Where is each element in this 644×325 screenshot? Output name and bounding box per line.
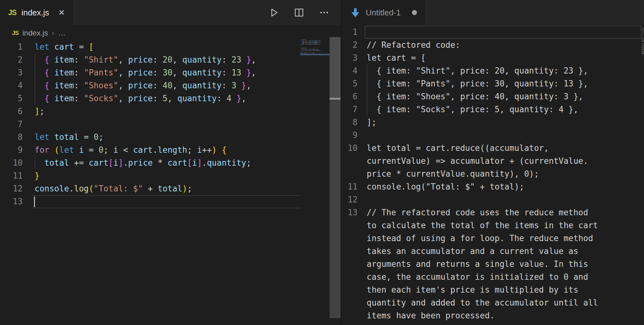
code-line[interactable]: 3let cart = [ <box>342 52 644 64</box>
indent-guide <box>35 157 35 169</box>
line-number: 5 <box>342 77 358 90</box>
code-line[interactable]: takes an accumulator and a current value… <box>342 245 644 258</box>
code-line[interactable]: then each item's price is multiplied by … <box>342 284 644 296</box>
minimap-current-line-highlight <box>300 54 330 55</box>
line-number: 9 <box>342 129 358 142</box>
code-line[interactable]: 10 total += cart[i].price * cart[i].quan… <box>0 157 341 169</box>
line-number: 11 <box>0 169 23 182</box>
code-line[interactable]: currentValue) => accumulator + (currentV… <box>342 155 644 168</box>
code-text: items have been processed. <box>367 309 495 322</box>
line-number: 7 <box>0 118 23 131</box>
more-actions-button[interactable] <box>318 7 330 19</box>
code-text: case, the accumulator is initialized to … <box>367 271 588 284</box>
code-line[interactable]: 11} <box>0 169 341 182</box>
line-number: 4 <box>342 64 358 77</box>
code-text: for (let i = 0; i < cart.length; i++) { <box>35 144 227 157</box>
code-line[interactable]: 7 { item: "Socks", price: 5, quantity: 4… <box>342 103 644 116</box>
code-text: console.log("Total: $" + total); <box>367 180 524 193</box>
line-number: 12 <box>342 193 358 206</box>
code-text: quantity and added to the accumulator un… <box>367 296 598 309</box>
tab-index-js[interactable]: JS index.js ✕ <box>0 0 73 25</box>
code-line[interactable]: 5 { item: "Pants", price: 30, quantity: … <box>342 77 644 90</box>
code-line[interactable]: 6 { item: "Shoes", price: 40, quantity: … <box>342 90 644 103</box>
code-line[interactable]: 4 { item: "Shirt", price: 20, quantity: … <box>342 64 644 77</box>
code-text: { item: "Shoes", price: 40, quantity: 3 … <box>35 79 251 92</box>
code-line[interactable]: 5 { item: "Socks", price: 5, quantity: 4… <box>0 92 341 105</box>
code-text: { item: "Shirt", price: 20, quantity: 23… <box>35 53 256 66</box>
minimap[interactable]: let cart = [ { item: "Shirt", price: 20,… <box>300 39 330 59</box>
code-line[interactable]: case, the accumulator is initialized to … <box>342 271 644 284</box>
line-number: 7 <box>342 103 358 116</box>
code-line[interactable]: price * currentValue.quantity), 0); <box>342 168 644 180</box>
code-text: let cart = [ <box>367 52 426 64</box>
code-text: { item: "Shirt", price: 20, quantity: 23… <box>367 64 588 77</box>
minimap[interactable]: // Refactored code:let cart = [ { item: … <box>641 26 644 108</box>
line-number: 6 <box>0 105 23 118</box>
code-line[interactable]: 10let total = cart.reduce((accumulator, <box>342 142 644 155</box>
breadcrumb-js-icon: JS <box>12 30 19 36</box>
code-line[interactable]: 6]; <box>0 105 341 118</box>
code-text: ]; <box>35 105 44 118</box>
split-editor-icon <box>293 7 305 18</box>
code-line[interactable]: 13 <box>0 195 341 208</box>
code-text: { item: "Socks", price: 5, quantity: 4 }… <box>35 92 246 105</box>
line-number: 10 <box>0 157 23 169</box>
code-text: then each item's price is multiplied by … <box>367 284 578 296</box>
code-text: instead of using a for loop. The reduce … <box>367 232 593 245</box>
breadcrumb-item-symbol[interactable]: … <box>58 29 66 37</box>
line-number: 1 <box>342 26 358 39</box>
tabbar-right: Untitled-1 <box>342 0 644 25</box>
code-line[interactable]: 8]; <box>342 116 644 129</box>
code-line[interactable]: 9 <box>342 129 644 142</box>
line-number: 5 <box>0 92 23 105</box>
code-line[interactable]: 4 { item: "Shoes", price: 40, quantity: … <box>0 79 341 92</box>
code-line[interactable]: arguments and returns a single value. In… <box>342 258 644 271</box>
code-line[interactable]: 1 <box>342 26 644 39</box>
js-file-icon: JS <box>8 8 16 17</box>
arrow-down-icon <box>350 7 361 18</box>
code-text: let total = cart.reduce((accumulator, <box>367 142 549 155</box>
code-text: total += cart[i].price * cart[i].quantit… <box>35 157 251 169</box>
indent-guide <box>35 53 35 105</box>
code-line[interactable]: 1let cart = [ <box>0 41 341 53</box>
code-line[interactable]: 13// The refactored code uses the reduce… <box>342 206 644 219</box>
line-number: 9 <box>0 144 23 157</box>
code-text: } <box>35 169 40 182</box>
code-line[interactable]: 9for (let i = 0; i < cart.length; i++) { <box>0 144 341 157</box>
code-text: { item: "Socks", price: 5, quantity: 4 }… <box>367 103 578 116</box>
vertical-scrollbar[interactable] <box>330 37 341 318</box>
line-number: 13 <box>342 206 358 219</box>
play-icon <box>268 7 280 18</box>
run-button[interactable] <box>268 7 280 19</box>
breadcrumb-item-file[interactable]: index.js <box>22 29 48 37</box>
overview-ruler-cursor-marker <box>330 98 341 100</box>
split-editor-button[interactable] <box>293 7 305 19</box>
code-line[interactable]: 8let total = 0; <box>0 131 341 144</box>
code-line[interactable]: 3 { item: "Pants", price: 30, quantity: … <box>0 66 341 79</box>
line-number: 10 <box>342 142 358 155</box>
code-text: takes an accumulator and a current value… <box>367 245 578 258</box>
line-number: 8 <box>342 116 358 129</box>
editor-actions <box>268 0 341 25</box>
code-line[interactable]: to calculate the total of the items in t… <box>342 219 644 232</box>
scrollbar-slider[interactable] <box>330 37 341 98</box>
modified-dot-icon[interactable] <box>412 10 417 15</box>
line-number: 1 <box>0 41 23 53</box>
minimap-content: let cart = [ { item: "Shirt", price: 20,… <box>300 39 327 55</box>
code-line[interactable]: items have been processed. <box>342 309 644 322</box>
code-text: { item: "Pants", price: 30, quantity: 13… <box>367 77 588 90</box>
code-line[interactable]: 2// Refactored code: <box>342 39 644 52</box>
code-line[interactable]: 12 <box>342 193 644 206</box>
text-cursor <box>34 196 35 207</box>
breadcrumb: JS index.js › … <box>0 25 341 41</box>
code-line[interactable]: 11console.log("Total: $" + total); <box>342 180 644 193</box>
code-line[interactable]: instead of using a for loop. The reduce … <box>342 232 644 245</box>
code-text: // Refactored code: <box>367 39 460 52</box>
code-line[interactable]: quantity and added to the accumulator un… <box>342 296 644 309</box>
editor-group-right: Untitled-1 12// Refactored code:3let car… <box>342 0 644 325</box>
close-icon[interactable]: ✕ <box>58 8 65 18</box>
code-line[interactable]: 2 { item: "Shirt", price: 20, quantity: … <box>0 53 341 66</box>
code-line[interactable]: 7 <box>0 118 341 131</box>
code-line[interactable]: 12console.log("Total: $" + total); <box>0 182 341 195</box>
tab-untitled-1[interactable]: Untitled-1 <box>342 0 425 25</box>
